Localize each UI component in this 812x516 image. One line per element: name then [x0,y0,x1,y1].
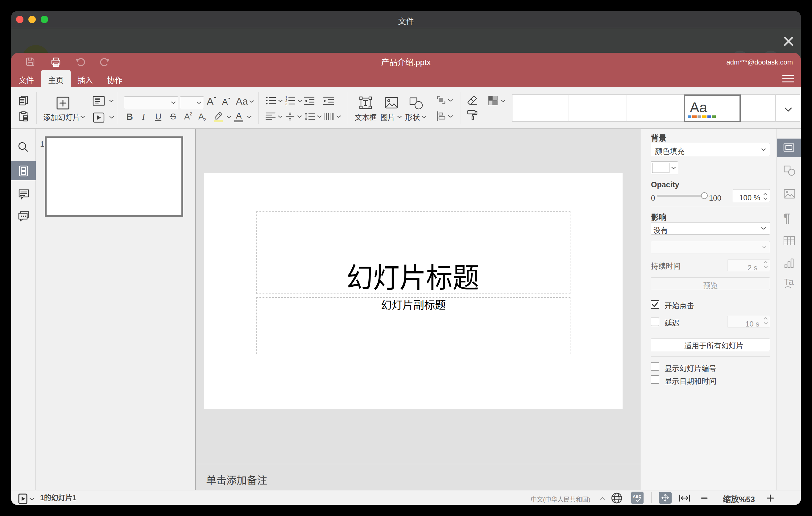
svg-text:3: 3 [285,102,287,106]
svg-text:Ta: Ta [784,277,794,287]
svg-text:ABC: ABC [633,494,642,498]
